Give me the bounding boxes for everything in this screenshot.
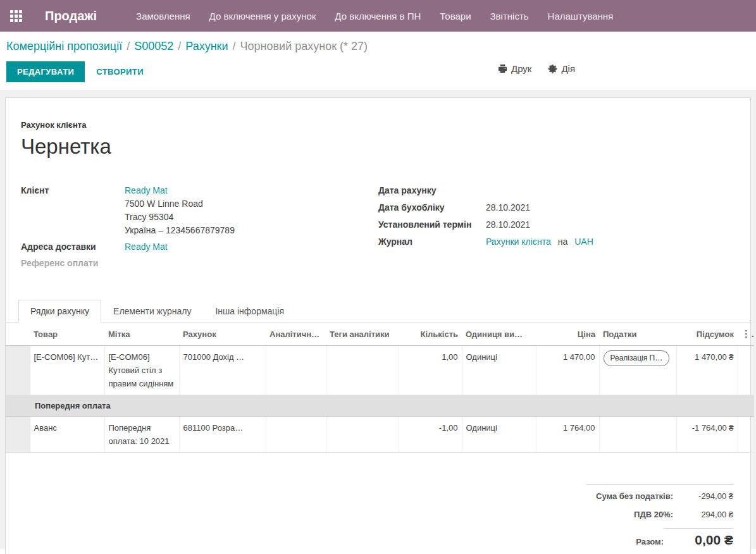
journal-label: Журнал [378,235,486,249]
breadcrumb-link-invoices[interactable]: Рахунки [185,40,228,52]
page-background: Рахунок клієнта Чернетка Клієнт Ready Ma… [0,90,756,549]
col-header-subtotal[interactable]: Підсумок [676,323,738,346]
totals-block: Сума без податків: -294,00 ₴ ПДВ 20%: 29… [586,484,733,548]
print-dropdown[interactable]: Друк [498,63,531,74]
row-end-cell [738,346,754,395]
printer-icon [498,64,507,73]
nav-item-orders[interactable]: Замовлення [136,11,190,22]
cell-account: 701000 Дохід … [179,346,266,395]
breadcrumb: Комерційні пропозиції/S00052/Рахунки/Чор… [6,40,756,53]
due-date-value: 28.10.2021 [486,218,530,231]
tax-amount-value: 294,00 ₴ [673,510,733,519]
cell-product: [E-COM06] Кут… [30,346,104,395]
row-handle-cell [6,417,30,453]
invoice-state-title: Чернетка [21,135,735,159]
col-header-analytic[interactable]: Аналітичний… [266,323,326,346]
cell-label: Попередня оплата: 10 2021 [104,417,179,453]
col-header-price[interactable]: Ціна [536,323,599,346]
customer-link[interactable]: Ready Mat [125,185,168,195]
cell-taxes: Реалізація П… [599,346,676,395]
control-panel-buttons: РЕДАГУВАТИ СТВОРИТИ Друк Дія [6,61,756,82]
delivery-address-link[interactable]: Ready Mat [125,242,168,252]
cell-account: 681100 Розра… [179,417,266,453]
breadcrumb-link-order[interactable]: S00052 [134,40,173,52]
action-dropdowns: Друк Дія [498,63,575,74]
accounting-date-label: Дата бухобліку [378,201,486,214]
customer-label: Клієнт [21,184,125,237]
print-label: Друк [511,63,531,74]
tax-amount-label: ПДВ 20%: [634,510,673,519]
cell-analytic-tags [326,346,399,395]
journal-conjunction: на [558,237,568,247]
cell-analytic-tags [326,417,399,453]
notebook-tabbar: Рядки рахунку Елементи журналу Інша інфо… [6,300,750,323]
action-dropdown[interactable]: Дія [548,63,575,74]
form-fields: Клієнт Ready Mat 7500 W Linne Road Tracy… [21,184,735,273]
col-header-account[interactable]: Рахунок [179,323,266,346]
cell-product: Аванс [30,417,104,453]
cell-price: 1 470,00 [536,346,599,395]
app-name[interactable]: Продажі [45,9,97,23]
section-row[interactable]: Попередня оплата [6,395,754,417]
create-button[interactable]: СТВОРИТИ [96,67,144,77]
col-header-quantity[interactable]: Кількість [399,323,462,346]
col-header-uom[interactable]: Одиниця ви… [462,323,536,346]
breadcrumb-current: Чорновий рахунок (* 27) [240,40,368,52]
cell-taxes [599,417,676,453]
edit-button[interactable]: РЕДАГУВАТИ [6,61,85,82]
invoice-lines-table: Товар Мітка Рахунок Аналітичний… Теги ан… [6,323,754,453]
top-navbar: Продажі Замовлення До включення у рахуно… [0,0,756,32]
journal-link[interactable]: Рахунки клієнта [486,237,551,247]
nav-item-to-invoice[interactable]: До включення у рахунок [209,11,316,22]
apps-grid-icon[interactable] [10,10,22,22]
cell-price: 1 764,00 [536,417,599,453]
cell-label: [E-COM06] Кутовий стіл з правим сидінням [104,346,179,395]
nav-item-settings[interactable]: Налаштування [548,11,614,22]
accounting-date-value: 28.10.2021 [486,201,530,214]
nav-menu: Замовлення До включення у рахунок До вкл… [136,11,613,22]
delivery-address-label: Адреса доставки [21,240,125,254]
invoice-form-sheet: Рахунок клієнта Чернетка Клієнт Ready Ma… [5,97,751,554]
breadcrumb-link-quotations[interactable]: Комерційні пропозиції [6,40,122,52]
untaxed-amount-value: -294,00 ₴ [673,491,733,501]
cell-subtotal: -1 764,00 ₴ [676,417,738,453]
nav-item-reporting[interactable]: Звітність [490,11,529,22]
customer-address-line: Tracy 95304 [125,211,235,224]
tax-badge: Реалізація П… [604,350,670,366]
nav-item-products[interactable]: Товари [440,11,471,22]
col-header-analytic-tags[interactable]: Теги аналітики [326,323,399,346]
section-label: Попередня оплата [6,395,754,417]
invoice-line-row[interactable]: Аванс Попередня оплата: 10 2021 681100 Р… [6,417,754,453]
customer-address-line: 7500 W Linne Road [125,197,235,211]
cell-analytic [266,346,326,395]
col-header-taxes[interactable]: Податки [599,323,676,346]
breadcrumb-separator: / [178,40,181,52]
due-date-label: Установлений термін [378,218,486,231]
currency-link[interactable]: UAH [574,237,593,247]
cell-analytic [266,417,326,453]
cell-uom: Одиниці [462,346,536,395]
breadcrumb-separator: / [127,40,130,52]
invoice-line-row[interactable]: [E-COM06] Кут… [E-COM06] Кутовий стіл з … [6,346,754,395]
document-type-label: Рахунок клієнта [21,120,735,130]
control-panel: Комерційні пропозиції/S00052/Рахунки/Чор… [0,32,756,90]
cell-quantity: -1,00 [399,417,462,453]
tab-invoice-lines[interactable]: Рядки рахунку [18,300,101,323]
optional-columns-icon[interactable]: ⋮ [738,323,754,346]
payment-reference-label: Референс оплати [21,257,125,270]
cell-quantity: 1,00 [399,346,462,395]
col-header-label[interactable]: Мітка [104,323,179,346]
action-label: Дія [561,63,575,74]
table-header-row: Товар Мітка Рахунок Аналітичний… Теги ан… [6,323,754,346]
breadcrumb-separator: / [233,40,236,52]
tab-other-info[interactable]: Інша інформація [203,300,296,323]
grand-total-value: 0,00 ₴ [664,528,733,548]
cell-subtotal: 1 470,00 ₴ [676,346,738,395]
grand-total-label: Разом: [636,537,664,546]
cell-uom: Одиниці [462,417,536,453]
col-header-product[interactable]: Товар [30,323,104,346]
tab-journal-items[interactable]: Елементи журналу [101,300,203,323]
row-handle-cell [6,346,30,395]
nav-item-to-tax-invoice[interactable]: До включення в ПН [335,11,421,22]
customer-address-line: Україна – 12345667879789 [125,224,235,237]
